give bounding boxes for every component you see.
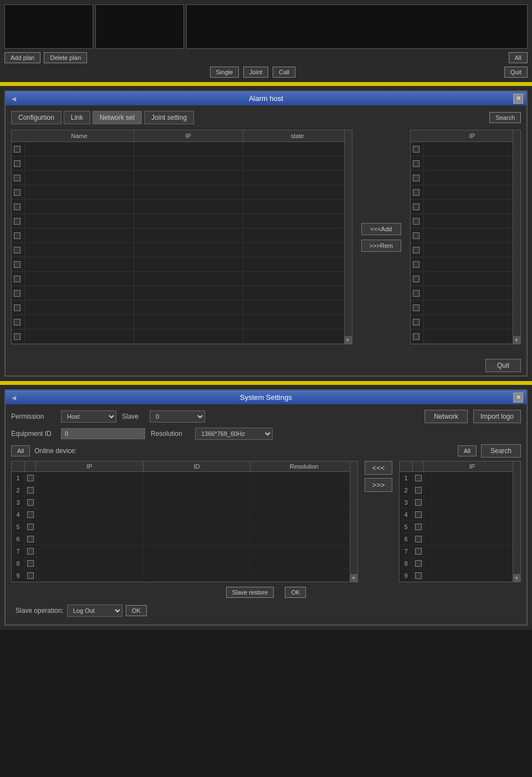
row-check[interactable] <box>12 200 25 214</box>
row-res[interactable]: ▼ <box>251 496 357 508</box>
row-res[interactable]: ▼ <box>251 533 357 545</box>
row-check[interactable] <box>411 228 424 242</box>
row-check[interactable] <box>413 557 424 569</box>
left-scroll-down[interactable]: ▼ <box>344 336 352 344</box>
sys-left-scroll-down[interactable]: ▼ <box>350 574 357 582</box>
resolution-select[interactable]: 1366*768_60Hz <box>195 428 273 440</box>
right-scrollbar[interactable]: ▼ <box>513 130 520 344</box>
tab-link[interactable]: Link <box>64 111 90 124</box>
row-id <box>144 521 250 532</box>
row-check[interactable] <box>413 545 424 557</box>
tab-network-set[interactable]: Network set <box>93 111 142 124</box>
row-check[interactable] <box>411 315 424 329</box>
left-scrollbar[interactable]: ▼ <box>344 130 352 344</box>
row-check[interactable] <box>25 557 37 569</box>
row-check[interactable] <box>413 484 424 496</box>
search-btn-sys[interactable]: Search <box>481 444 521 458</box>
slave-op-ok-button[interactable]: OK <box>126 605 147 616</box>
all-btn-sys[interactable]: All <box>11 445 30 456</box>
alarm-quit-button[interactable]: Quit <box>485 359 521 372</box>
row-check[interactable] <box>12 228 25 242</box>
row-check[interactable] <box>12 243 25 257</box>
alarm-host-close-button[interactable]: ✕ <box>513 94 523 104</box>
all-btn-right[interactable]: All <box>458 445 477 456</box>
row-check[interactable] <box>12 272 25 286</box>
call-button[interactable]: Call <box>273 67 295 78</box>
row-res[interactable]: ▼ <box>251 472 357 484</box>
row-check[interactable] <box>413 496 424 508</box>
joint-button[interactable]: Joint <box>243 67 268 78</box>
row-check[interactable] <box>411 156 424 170</box>
single-button[interactable]: Single <box>210 67 239 78</box>
slave-restore-button[interactable]: Slave restore <box>226 587 274 598</box>
row-check[interactable] <box>25 484 37 496</box>
sys-left-scrollbar[interactable]: ▼ <box>350 461 357 582</box>
row-check[interactable] <box>411 142 424 156</box>
row-check[interactable] <box>25 521 37 532</box>
delete-plan-button[interactable]: Delete plan <box>44 52 87 63</box>
remove-button[interactable]: >>>Rem <box>361 240 402 252</box>
row-check[interactable] <box>413 521 424 532</box>
row-check[interactable] <box>25 509 37 520</box>
right-scroll-down[interactable]: ▼ <box>513 336 520 344</box>
row-check[interactable] <box>413 509 424 520</box>
row-check[interactable] <box>411 214 424 228</box>
row-check[interactable] <box>12 185 25 199</box>
sys-right-scroll-down[interactable]: ▼ <box>513 574 520 582</box>
row-check[interactable] <box>12 142 25 156</box>
sys-remove-button[interactable]: >>> <box>365 478 392 492</box>
device-tables: IP ID Resolution 1 ▼ 2 ▼ 3 <box>11 461 521 582</box>
equipment-id-input[interactable] <box>61 428 145 439</box>
row-check[interactable] <box>411 243 424 257</box>
row-check[interactable] <box>12 315 25 329</box>
system-settings-close-button[interactable]: ✕ <box>513 393 523 403</box>
import-logo-button[interactable]: Import logo <box>473 410 521 423</box>
row-check[interactable] <box>411 329 424 343</box>
tab-joint-setting[interactable]: Joint setting <box>144 111 194 124</box>
row-check[interactable] <box>411 272 424 286</box>
row-check[interactable] <box>411 171 424 185</box>
row-check[interactable] <box>25 533 37 545</box>
row-res[interactable]: ▼ <box>251 509 357 520</box>
tab-configuration[interactable]: Configurtion <box>11 111 62 124</box>
row-check[interactable] <box>411 185 424 199</box>
sys-right-scrollbar[interactable]: ▼ <box>513 461 520 582</box>
row-res[interactable]: ▼ <box>251 570 357 581</box>
row-check[interactable] <box>413 472 424 484</box>
row-check[interactable] <box>25 472 37 484</box>
row-check[interactable] <box>12 171 25 185</box>
row-check[interactable] <box>12 301 25 314</box>
row-check[interactable] <box>25 545 37 557</box>
add-plan-button[interactable]: Add plan <box>4 52 40 63</box>
row-check[interactable] <box>411 257 424 271</box>
table-row <box>411 315 520 329</box>
row-check[interactable] <box>25 570 37 581</box>
ok-button[interactable]: OK <box>285 587 306 598</box>
row-res[interactable]: ▼ <box>251 545 357 557</box>
permission-select[interactable]: Host <box>61 410 116 423</box>
row-check[interactable] <box>12 214 25 228</box>
slave-op-select[interactable]: Log Out <box>67 605 122 617</box>
all-button-top[interactable]: All <box>509 52 528 63</box>
row-num: 6 <box>12 533 25 545</box>
row-check[interactable] <box>411 200 424 214</box>
row-check[interactable] <box>12 156 25 170</box>
search-button-alarm[interactable]: Search <box>489 112 521 123</box>
row-ip <box>134 142 243 156</box>
row-check[interactable] <box>25 496 37 508</box>
quit-button-top[interactable]: Quit <box>504 67 528 78</box>
sys-add-button[interactable]: <<< <box>365 461 392 475</box>
row-check[interactable] <box>12 329 25 343</box>
slave-select[interactable]: 0 <box>150 410 205 423</box>
row-check[interactable] <box>413 570 424 581</box>
row-check[interactable] <box>411 301 424 314</box>
row-check[interactable] <box>411 286 424 300</box>
row-check[interactable] <box>12 286 25 300</box>
row-check[interactable] <box>413 533 424 545</box>
row-check[interactable] <box>12 257 25 271</box>
row-res[interactable]: ▼ <box>251 521 357 532</box>
row-res[interactable]: ▼ <box>251 557 357 569</box>
network-button[interactable]: Network <box>424 410 468 423</box>
row-res[interactable]: ▼ <box>251 484 357 496</box>
add-button[interactable]: <<<Add <box>361 223 402 235</box>
